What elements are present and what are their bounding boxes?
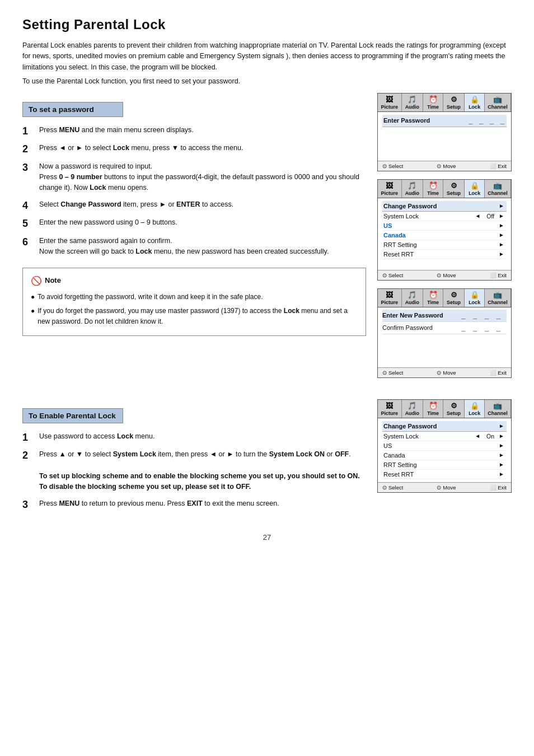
channel-icon-1: 📺 — [493, 95, 502, 104]
audio-icon-2: 🎵 — [407, 181, 416, 190]
change-password-label-4: Change Password — [382, 423, 499, 430]
tv-tabs-3: 🖼 Picture 🎵 Audio ⏰ Time ⚙ Setup 🔒 — [378, 289, 511, 307]
step2-num-3: 3 — [22, 498, 35, 511]
tv-tab-audio-2: 🎵 Audio — [402, 180, 423, 198]
tv-tab-picture-4: 🖼 Picture — [378, 400, 402, 418]
us-arrow-4: ► — [499, 442, 507, 449]
time-icon-4: ⏰ — [429, 402, 438, 410]
systemlock-arrow-4: ► — [499, 433, 507, 439]
step-num-2: 2 — [22, 143, 35, 156]
tv-panel-1: 🖼 Picture 🎵 Audio ⏰ Time ⚙ Setup 🔒 — [377, 93, 512, 171]
footer-select-4: ⊙ Select — [382, 484, 403, 491]
step2-text-3: Press MENU to return to previous menu. P… — [39, 498, 279, 509]
audio-icon-3: 🎵 — [407, 291, 416, 299]
setup-icon-2: ⚙ — [451, 181, 457, 190]
canada-arrow: ► — [499, 232, 507, 238]
tv-tab-picture-1: 🖼 Picture — [378, 94, 402, 111]
footer-select-3: ⊙ Select — [382, 370, 403, 376]
lock-icon-3: 🔒 — [470, 291, 479, 299]
tv-rrtsetting-row: RRT Setting ► — [382, 240, 507, 250]
tv-enter-new-password-row: Enter New Password _ _ _ _ — [382, 310, 507, 322]
footer-move-4: ⊙ Move — [437, 484, 456, 491]
time-icon-3: ⏰ — [429, 291, 438, 299]
step-1: 1 Press MENU and the main menu screen di… — [22, 125, 366, 138]
tv-body-2: Change Password ► System Lock ◄ Off ► US… — [378, 198, 511, 270]
setup-icon-4: ⚙ — [451, 402, 457, 410]
tv-panel-3: 🖼 Picture 🎵 Audio ⏰ Time ⚙ Setup 🔒 — [377, 288, 512, 378]
step-num-4: 4 — [22, 199, 35, 212]
channel-icon-3: 📺 — [493, 291, 502, 299]
us-arrow: ► — [499, 222, 507, 228]
move-icon-3: ⊙ — [437, 370, 441, 376]
tv-tab-time-4: ⏰ Time — [423, 400, 443, 418]
tv-tab-audio-4: 🎵 Audio — [402, 400, 423, 418]
tv-footer-3: ⊙ Select ⊙ Move ⬜ Exit — [378, 367, 511, 377]
tv-us-row: US ► — [382, 221, 507, 231]
steps-section2: 1 Use password to access Lock menu. 2 Pr… — [22, 431, 366, 511]
tv-body-4: Change Password ► System Lock ◄ On ► US … — [378, 418, 511, 482]
tv-body-3: Enter New Password _ _ _ _ Confirm Passw… — [378, 307, 511, 367]
step2-2: 2 Press ▲ or ▼ to select System Lock ite… — [22, 449, 366, 493]
step-text-2: Press ◄ or ► to select Lock menu, press … — [39, 143, 243, 153]
tv-tabs-1: 🖼 Picture 🎵 Audio ⏰ Time ⚙ Setup 🔒 — [378, 94, 511, 112]
rrtsetting-label-4: RRT Setting — [382, 461, 499, 468]
setup-icon-3: ⚙ — [451, 291, 457, 299]
tv-tab-time-1: ⏰ Time — [423, 94, 443, 111]
systemlock-label: System Lock — [382, 213, 473, 220]
systemlock-arrow: ► — [499, 213, 507, 219]
tv-tab-audio-1: 🎵 Audio — [402, 94, 423, 111]
channel-icon-2: 📺 — [493, 181, 502, 190]
tv-tab-channel-4: 📺 Channel — [485, 400, 511, 418]
footer-move-2: ⊙ Move — [437, 272, 456, 278]
tv-footer-2: ⊙ Select ⊙ Move ⬜ Exit — [378, 270, 511, 280]
confirm-password-label: Confirm Password — [382, 324, 461, 331]
tv-body-1: Enter Password _ _ _ _ — [378, 112, 511, 161]
footer-move-3: ⊙ Move — [437, 370, 456, 376]
systemlock-label-4: System Lock — [382, 433, 473, 440]
step-num-3: 3 — [22, 161, 35, 174]
tv-systemlock-row: System Lock ◄ Off ► — [382, 212, 507, 221]
resetrrt-arrow-4: ► — [499, 471, 507, 477]
tv-us-row-4: US ► — [382, 441, 507, 451]
audio-icon-4: 🎵 — [407, 402, 416, 410]
canada-label: Canada — [382, 232, 499, 239]
section1-header: To set a password — [22, 102, 123, 117]
tv-tab-channel-1: 📺 Channel — [485, 94, 511, 111]
enter-password-label: Enter Password — [382, 117, 469, 124]
tv-canada-row: Canada ► — [382, 231, 507, 240]
step2-num-2: 2 — [22, 449, 35, 462]
tv-change-password-row-4: Change Password ► — [382, 421, 507, 432]
picture-icon-4: 🖼 — [386, 402, 393, 410]
tv-enter-password-row: Enter Password _ _ _ _ — [382, 115, 507, 127]
bullet-2: ● — [31, 306, 35, 327]
section2-right: 🖼 Picture 🎵 Audio ⏰ Time ⚙ Setup — [377, 399, 512, 517]
section2: To Enable Parental Lock 1 Use password t… — [22, 399, 512, 517]
tv-tab-setup-4: ⚙ Setup — [443, 400, 465, 418]
change-password-arrow: ► — [499, 203, 507, 209]
change-password-label: Change Password — [382, 203, 499, 209]
tv-panel-4: 🖼 Picture 🎵 Audio ⏰ Time ⚙ Setup — [377, 399, 512, 493]
lock-icon-2: 🔒 — [470, 181, 479, 190]
footer-select-1: ⊙ Select — [382, 163, 403, 169]
picture-icon-3: 🖼 — [386, 291, 393, 299]
footer-exit-2: ⬜ Exit — [490, 272, 507, 278]
tv-footer-4: ⊙ Select ⊙ Move ⬜ Exit — [378, 482, 511, 492]
page-number: 27 — [22, 533, 512, 542]
tv-tab-channel-2: 📺 Channel — [485, 180, 511, 198]
systemlock-value-off: Off — [482, 213, 499, 220]
step-num-1: 1 — [22, 125, 35, 138]
move-icon-2: ⊙ — [437, 272, 441, 278]
tv-tab-channel-3: 📺 Channel — [485, 289, 511, 307]
confirm-password-dashes: _ _ _ _ — [461, 324, 507, 332]
note-item-1: ● To avoid forgetting the password, writ… — [31, 292, 358, 302]
resetrrt-label: Reset RRT — [382, 251, 499, 258]
footer-move-1: ⊙ Move — [437, 163, 456, 169]
picture-icon-2: 🖼 — [386, 181, 393, 190]
picture-icon: 🖼 — [386, 95, 393, 104]
step-5: 5 Enter the new password using 0 – 9 but… — [22, 217, 366, 230]
tv-tab-setup-1: ⚙ Setup — [443, 94, 465, 111]
move-icon-1: ⊙ — [437, 163, 441, 169]
channel-icon-4: 📺 — [493, 402, 502, 410]
tv-confirm-password-row: Confirm Password _ _ _ _ — [382, 322, 507, 334]
tv-tab-time-2: ⏰ Time — [423, 180, 443, 198]
